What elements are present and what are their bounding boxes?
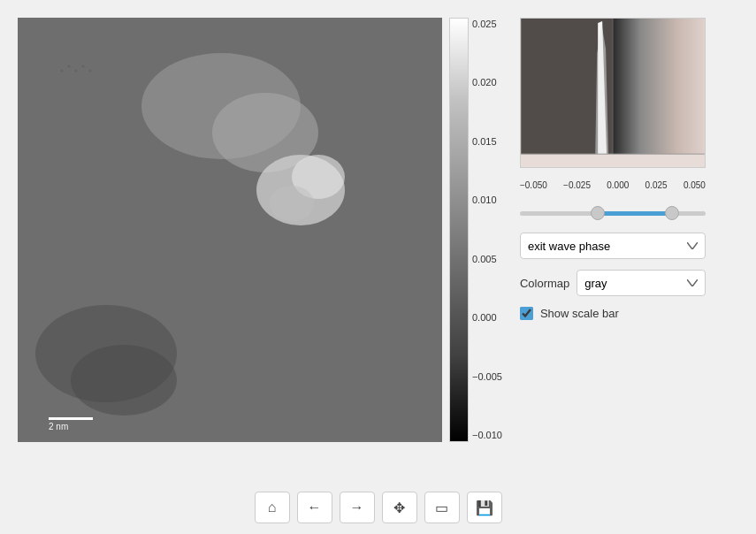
checkbox-row: Show scale bar	[520, 307, 723, 320]
colorbar-label-3: 0.010	[472, 195, 502, 205]
scale-bar-line	[49, 417, 93, 420]
svg-point-15	[89, 70, 92, 72]
zoom-icon: ▭	[435, 500, 448, 516]
em-image-svg	[18, 18, 442, 442]
svg-point-8	[270, 186, 314, 221]
svg-point-10	[71, 345, 177, 416]
forward-button[interactable]: →	[340, 492, 375, 523]
pan-button[interactable]: ✥	[382, 492, 417, 523]
axis-label-2: 0.000	[607, 180, 629, 190]
colormap-row: Colormap gray viridis plasma inferno hot	[520, 270, 706, 296]
svg-rect-19	[613, 19, 705, 154]
scale-bar-label: 2 nm	[49, 422, 68, 431]
image-with-colorbar: 2 nm 0.025 0.020 0.015 0.010 0.005 0.000…	[18, 18, 502, 442]
display-dropdown-row: exit wave phase amplitude phase intensit…	[520, 233, 706, 259]
track-fill	[598, 211, 672, 216]
home-button[interactable]: ⌂	[255, 492, 290, 523]
save-button[interactable]: 💾	[467, 492, 502, 523]
histogram-axis: −0.050 −0.025 0.000 0.025 0.050	[520, 180, 706, 190]
scale-bar: 2 nm	[49, 417, 93, 431]
range-thumb-right[interactable]	[665, 206, 679, 220]
colorbar-section: 0.025 0.020 0.015 0.010 0.005 0.000 −0.0…	[449, 18, 502, 442]
save-icon: 💾	[476, 500, 493, 516]
home-icon: ⌂	[268, 500, 277, 515]
colorbar-label-1: 0.020	[472, 78, 502, 88]
range-track[interactable]	[520, 204, 706, 222]
svg-point-11	[61, 70, 64, 72]
right-panel: −0.050 −0.025 0.000 0.025 0.050 exit wav…	[520, 18, 723, 481]
show-scale-bar-label[interactable]: Show scale bar	[540, 307, 619, 320]
svg-point-13	[75, 70, 78, 72]
colorbar-labels: 0.025 0.020 0.015 0.010 0.005 0.000 −0.0…	[472, 18, 502, 442]
colorbar-label-6: −0.005	[472, 372, 502, 382]
zoom-button[interactable]: ▭	[424, 492, 460, 523]
colorbar-label-2: 0.015	[472, 137, 502, 147]
show-scale-bar-checkbox[interactable]	[520, 307, 533, 320]
colormap-dropdown[interactable]: gray viridis plasma inferno hot	[577, 270, 706, 296]
axis-label-3: 0.025	[645, 180, 668, 190]
pan-icon: ✥	[393, 500, 405, 516]
image-section: 2 nm 0.025 0.020 0.015 0.010 0.005 0.000…	[18, 18, 502, 481]
histogram-container	[520, 18, 706, 168]
colormap-label: Colormap	[520, 277, 569, 290]
colorbar-label-5: 0.000	[472, 313, 502, 323]
histogram-svg	[521, 19, 705, 167]
main-container: 2 nm 0.025 0.020 0.015 0.010 0.005 0.000…	[0, 0, 756, 481]
toolbar: ⌂ ← → ✥ ▭ 💾	[0, 481, 756, 534]
range-thumb-left[interactable]	[591, 206, 605, 220]
display-dropdown[interactable]: exit wave phase amplitude phase intensit…	[520, 233, 706, 259]
em-image: 2 nm	[18, 18, 442, 442]
colorbar-gradient	[449, 18, 469, 442]
svg-point-14	[82, 65, 85, 68]
axis-label-4: 0.050	[683, 180, 706, 190]
colorbar-label-0: 0.025	[472, 19, 502, 29]
svg-point-12	[68, 65, 71, 68]
axis-label-0: −0.050	[520, 180, 547, 190]
back-button[interactable]: ←	[297, 492, 332, 523]
forward-icon: →	[350, 500, 364, 515]
axis-label-1: −0.025	[563, 180, 591, 190]
colorbar-label-4: 0.005	[472, 255, 502, 264]
range-slider-container	[520, 204, 723, 222]
colorbar-label-7: −0.010	[472, 431, 502, 440]
back-icon: ←	[308, 500, 322, 515]
